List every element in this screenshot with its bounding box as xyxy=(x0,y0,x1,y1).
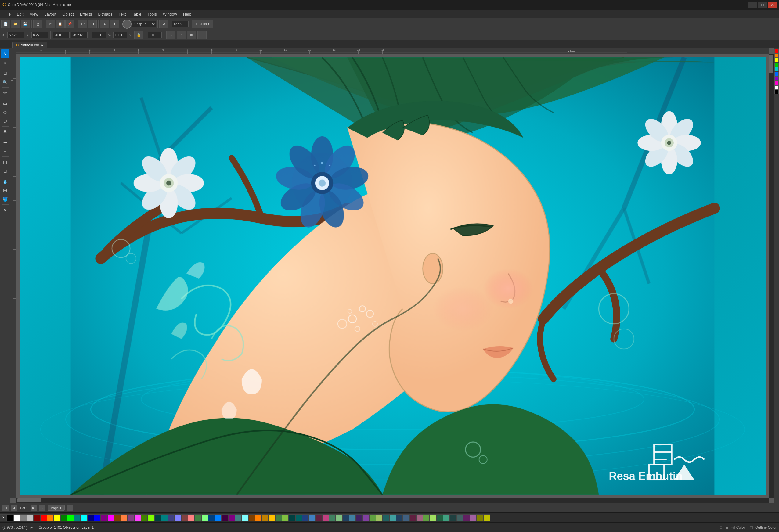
flip-v-btn[interactable]: ↕ xyxy=(177,31,186,39)
color-swatch-26[interactable] xyxy=(181,514,188,521)
color-swatch-28[interactable] xyxy=(195,514,201,521)
color-swatch-59[interactable] xyxy=(403,514,410,521)
width-pct-input[interactable] xyxy=(92,32,106,39)
bottom-scrollbar[interactable] xyxy=(16,498,769,503)
height-pct-input[interactable] xyxy=(113,32,127,39)
polygon-tool-btn[interactable]: ⬡ xyxy=(1,117,9,125)
add-page-btn[interactable]: + xyxy=(67,505,73,511)
color-swatch-20[interactable] xyxy=(141,514,148,521)
color-swatch-42[interactable] xyxy=(289,514,295,521)
menu-item-view[interactable]: View xyxy=(26,11,41,17)
save-button[interactable]: 💾 xyxy=(21,20,30,28)
right-color-white[interactable] xyxy=(774,85,779,90)
color-swatch-55[interactable] xyxy=(376,514,383,521)
menu-item-object[interactable]: Object xyxy=(59,11,77,17)
tab-close-icon[interactable]: ✕ xyxy=(41,44,43,47)
color-swatch-51[interactable] xyxy=(349,514,356,521)
crop-tool-btn[interactable]: ⊡ xyxy=(1,69,9,77)
color-swatch-33[interactable] xyxy=(228,514,235,521)
color-swatch-24[interactable] xyxy=(168,514,175,521)
color-swatch-61[interactable] xyxy=(416,514,423,521)
menu-item-tools[interactable]: Tools xyxy=(144,11,160,17)
canvas-content[interactable]: Resa Embutin xyxy=(16,54,769,498)
menu-item-file[interactable]: File xyxy=(1,11,14,17)
right-color-yellow[interactable] xyxy=(774,58,779,62)
color-swatch-63[interactable] xyxy=(430,514,436,521)
right-color-cyan[interactable] xyxy=(774,67,779,71)
height-input[interactable] xyxy=(71,32,87,39)
right-color-orange[interactable] xyxy=(774,53,779,58)
transparency-tool-btn[interactable]: ◻ xyxy=(1,167,9,175)
smart-fill-tool-btn[interactable]: 🪣 xyxy=(1,195,9,203)
color-swatch-22[interactable] xyxy=(155,514,161,521)
color-swatch-16[interactable] xyxy=(114,514,121,521)
right-scroll-thumb[interactable] xyxy=(769,55,773,73)
export-button[interactable]: ⬆ xyxy=(110,20,119,28)
color-swatch-46[interactable] xyxy=(315,514,322,521)
color-swatch-12[interactable] xyxy=(87,514,94,521)
snap-circle-btn[interactable]: ⊕ xyxy=(122,19,131,29)
color-swatch-41[interactable] xyxy=(282,514,289,521)
bottom-scroll-thumb[interactable] xyxy=(17,498,42,502)
menu-item-layout[interactable]: Layout xyxy=(41,11,59,17)
no-fill-swatch[interactable]: ✕ xyxy=(0,514,7,521)
color-swatch-66[interactable] xyxy=(450,514,457,521)
color-swatch-56[interactable] xyxy=(383,514,390,521)
prev-page-btn[interactable]: ◀ xyxy=(11,505,17,511)
color-swatch-6[interactable] xyxy=(47,514,54,521)
cut-button[interactable]: ✂ xyxy=(46,20,55,28)
lock-ratio-btn[interactable]: 🔒 xyxy=(134,31,143,39)
color-swatch-65[interactable] xyxy=(443,514,450,521)
color-swatch-17[interactable] xyxy=(121,514,128,521)
color-swatch-39[interactable] xyxy=(268,514,275,521)
color-swatch-43[interactable] xyxy=(295,514,302,521)
color-swatch-36[interactable] xyxy=(248,514,255,521)
color-swatch-11[interactable] xyxy=(80,514,87,521)
color-swatch-69[interactable] xyxy=(470,514,477,521)
color-swatch-27[interactable] xyxy=(188,514,195,521)
color-swatch-3[interactable] xyxy=(27,514,34,521)
transform-btn[interactable]: ⊞ xyxy=(187,31,196,39)
eyedropper-tool-btn[interactable]: 💧 xyxy=(1,177,9,186)
color-swatch-31[interactable] xyxy=(215,514,222,521)
x-input[interactable] xyxy=(7,32,24,39)
gear-button[interactable]: ⚙ xyxy=(159,20,168,28)
color-swatch-35[interactable] xyxy=(242,514,248,521)
color-swatch-29[interactable] xyxy=(201,514,208,521)
color-swatch-40[interactable] xyxy=(275,514,282,521)
color-swatch-25[interactable] xyxy=(175,514,181,521)
color-swatch-13[interactable] xyxy=(94,514,101,521)
fill-tool-btn[interactable]: ▦ xyxy=(1,186,9,195)
freehand-tool-btn[interactable]: ✏ xyxy=(1,88,9,97)
zoom-tool-btn[interactable]: 🔍 xyxy=(1,78,9,86)
color-swatch-37[interactable] xyxy=(255,514,262,521)
last-page-btn[interactable]: ⏭ xyxy=(39,505,45,511)
text-tool-btn[interactable]: A xyxy=(1,128,9,136)
color-swatch-68[interactable] xyxy=(463,514,470,521)
color-swatch-0[interactable] xyxy=(7,514,13,521)
angle-input[interactable] xyxy=(148,32,162,39)
menu-item-window[interactable]: Window xyxy=(160,11,180,17)
color-swatch-44[interactable] xyxy=(302,514,309,521)
color-swatch-8[interactable] xyxy=(60,514,67,521)
color-swatch-50[interactable] xyxy=(342,514,349,521)
canvas-area[interactable]: inches 1 2 3 4 5 6 7 8 xyxy=(10,48,774,503)
menu-item-edit[interactable]: Edit xyxy=(14,11,26,17)
y-input[interactable] xyxy=(32,32,48,39)
color-swatch-60[interactable] xyxy=(410,514,416,521)
close-button[interactable]: ✕ xyxy=(768,2,777,8)
color-swatch-10[interactable] xyxy=(74,514,80,521)
node-edit-tool-btn[interactable]: ◈ xyxy=(1,58,9,67)
pan-tool-btn[interactable]: ✥ xyxy=(1,206,9,214)
right-color-green[interactable] xyxy=(774,63,779,67)
page-tab[interactable]: Page 1 xyxy=(48,505,65,511)
open-button[interactable]: 📂 xyxy=(11,20,20,28)
dimension-tool-btn[interactable]: ⊸ xyxy=(1,138,9,147)
right-color-magenta[interactable] xyxy=(774,81,779,85)
rectangle-tool-btn[interactable]: ▭ xyxy=(1,99,9,108)
color-swatch-7[interactable] xyxy=(54,514,60,521)
color-swatch-70[interactable] xyxy=(477,514,483,521)
color-swatch-4[interactable] xyxy=(34,514,40,521)
color-swatch-62[interactable] xyxy=(423,514,430,521)
color-swatch-54[interactable] xyxy=(369,514,376,521)
